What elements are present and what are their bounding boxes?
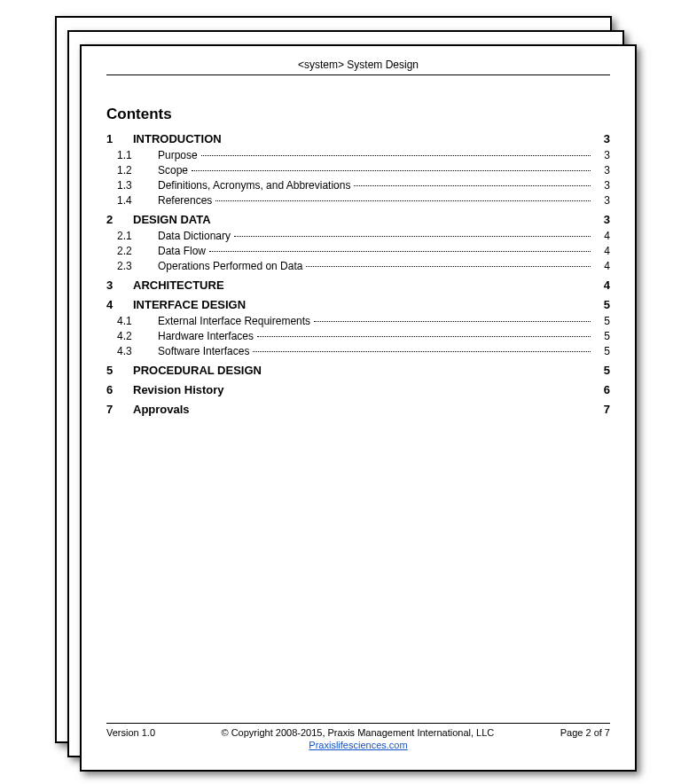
toc-subsection-page: 5 [594,345,610,357]
toc-subsection-row: 1.2Scope3 [106,164,610,176]
toc-subsection-page: 4 [594,260,610,272]
toc-subsection-title: Software Interfaces [158,345,249,357]
footer-copyright: © Copyright 2008-2015, Praxis Management… [222,727,495,738]
toc-subsection-title: Operations Performed on Data [158,260,302,272]
toc-section-title: Revision History [133,383,224,396]
toc-subsection-row: 4.1External Interface Requirements5 [106,315,610,327]
toc-section-row: 5PROCEDURAL DESIGN5 [106,364,610,377]
toc-subsection-page: 3 [594,164,610,176]
toc-subsection-row: 1.1Purpose3 [106,149,610,161]
toc-section-title: ARCHITECTURE [133,278,224,292]
toc-section-number: 5 [106,364,124,377]
toc-subsection-number: 4.2 [106,330,153,342]
toc-subsection-page: 4 [594,245,610,257]
page-header-title: <system> System Design [106,59,610,74]
toc-subsection-page: 3 [594,149,610,161]
toc-subsection-number: 2.1 [106,230,153,242]
toc-subsection-number: 4.1 [106,315,153,327]
toc-section-title: Approvals [133,403,190,416]
document-page: <system> System Design Contents 1INTRODU… [80,44,637,772]
toc-subsection-row: 4.2Hardware Interfaces5 [106,330,610,342]
footer-version: Version 1.0 [106,727,155,738]
toc-section-row: 3ARCHITECTURE4 [106,278,610,292]
toc-section-row: 7Approvals7 [106,403,610,416]
toc-subsection-number: 2.3 [106,260,153,272]
toc-section-row: 4INTERFACE DESIGN5 [106,298,610,311]
contents-heading: Contents [106,106,610,123]
footer-link[interactable]: Praxislifesciences.com [309,740,407,750]
toc-subsection-number: 1.2 [106,164,153,176]
toc-subsection-row: 2.2Data Flow4 [106,245,610,257]
toc-section-page: 5 [594,364,610,377]
page-footer: Version 1.0 © Copyright 2008-2015, Praxi… [106,723,610,750]
toc-leader-dots [314,321,591,322]
toc-subsection-title: Data Dictionary [158,230,231,242]
toc-section-title: INTRODUCTION [133,132,222,145]
toc-section-number: 3 [106,278,124,292]
toc-subsection-page: 4 [594,230,610,242]
toc-subsection-title: Hardware Interfaces [158,330,254,342]
toc-leader-dots [253,351,591,352]
toc-subsection-title: References [158,194,212,207]
toc-subsection-page: 5 [594,315,610,327]
toc-section-number: 2 [106,213,124,226]
toc-subsection-number: 1.3 [106,179,153,192]
toc-leader-dots [257,336,591,337]
toc-subsection-title: Scope [158,164,188,176]
toc-section-page: 4 [594,278,610,292]
toc-section-title: DESIGN DATA [133,213,211,226]
toc-subsection-row: 1.4References3 [106,194,610,207]
toc-subsection-row: 2.1Data Dictionary4 [106,230,610,242]
toc-subsection-page: 3 [594,179,610,192]
toc-section-number: 4 [106,298,124,311]
toc-leader-dots [215,200,591,201]
toc-section-page: 6 [594,383,610,396]
toc-section-page: 5 [594,298,610,311]
toc-section-title: PROCEDURAL DESIGN [133,364,262,377]
toc-subsection-page: 5 [594,330,610,342]
toc-subsection-title: Purpose [158,149,198,161]
toc-subsection-title: Data Flow [158,245,206,257]
toc-subsection-row: 2.3Operations Performed on Data4 [106,260,610,272]
toc-subsection-number: 4.3 [106,345,153,357]
toc-subsection-title: External Interface Requirements [158,315,310,327]
toc-section-page: 3 [594,213,610,226]
toc-section-row: 2DESIGN DATA3 [106,213,610,226]
toc-subsection-number: 1.1 [106,149,153,161]
toc-section-number: 7 [106,403,124,416]
toc-section-page: 7 [594,403,610,416]
toc-leader-dots [306,266,591,267]
toc-subsection-row: 1.3Definitions, Acronyms, and Abbreviati… [106,179,610,192]
toc-subsection-title: Definitions, Acronyms, and Abbreviations [158,179,350,192]
table-of-contents: 1INTRODUCTION31.1Purpose31.2Scope31.3Def… [106,132,610,416]
toc-section-row: 1INTRODUCTION3 [106,132,610,145]
footer-page-info: Page 2 of 7 [560,727,610,738]
document-stage: <system> System Design <system> System D… [0,0,681,784]
toc-leader-dots [192,170,591,171]
toc-subsection-page: 3 [594,194,610,207]
toc-leader-dots [354,185,591,186]
toc-leader-dots [234,236,591,237]
toc-subsection-number: 2.2 [106,245,153,257]
toc-section-number: 1 [106,132,124,145]
toc-subsection-row: 4.3Software Interfaces5 [106,345,610,357]
toc-section-title: INTERFACE DESIGN [133,298,246,311]
header-rule [106,74,610,75]
toc-leader-dots [209,251,591,252]
toc-section-row: 6Revision History6 [106,383,610,396]
toc-leader-dots [201,155,591,156]
toc-subsection-number: 1.4 [106,194,153,207]
toc-section-number: 6 [106,383,124,396]
toc-section-page: 3 [594,132,610,145]
